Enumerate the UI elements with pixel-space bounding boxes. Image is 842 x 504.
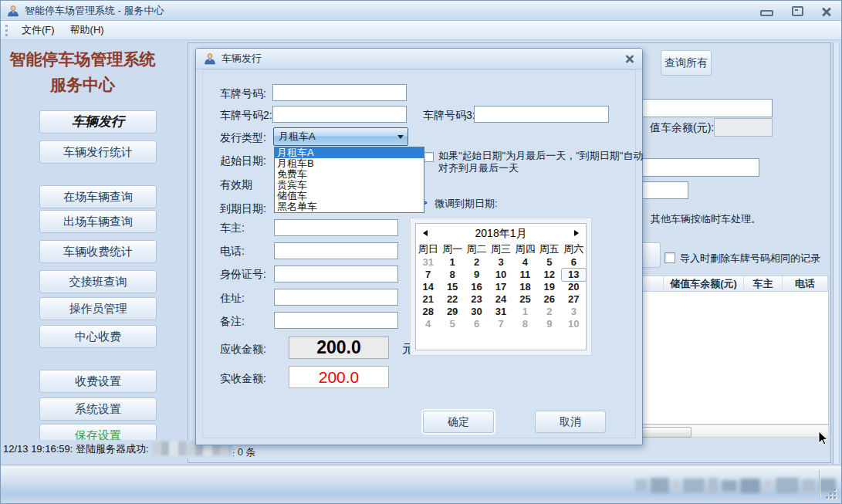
plate2-input[interactable]	[272, 106, 407, 123]
sidebar-button-exit-query[interactable]: 出场车辆查询	[39, 210, 157, 233]
col-phone[interactable]: 电话	[783, 276, 828, 291]
calendar-day[interactable]: 30	[465, 306, 489, 318]
minimize-icon[interactable]	[760, 10, 773, 16]
calendar-day[interactable]: 2	[537, 306, 561, 318]
calendar-day[interactable]: 25	[513, 293, 537, 306]
phone-input[interactable]	[274, 242, 398, 259]
results-table-body	[634, 292, 829, 425]
sidebar-button-vehicle-issue[interactable]: 车辆发行	[39, 110, 157, 134]
calendar-day[interactable]: 8	[440, 269, 464, 281]
calendar-day[interactable]: 19	[537, 281, 561, 293]
calendar-day[interactable]: 24	[489, 293, 512, 306]
calendar-day[interactable]: 28	[416, 306, 440, 318]
horizontal-scrollbar[interactable]	[634, 425, 829, 438]
sidebar-button-shift-query[interactable]: 交接班查询	[39, 270, 157, 293]
import-dedupe-checkbox[interactable]	[664, 252, 675, 263]
plate1-input[interactable]	[272, 84, 407, 101]
calendar-day[interactable]: 7	[416, 269, 440, 281]
calendar-day[interactable]: 4	[513, 256, 537, 269]
calendar-day[interactable]: 1	[440, 256, 464, 269]
calendar-day[interactable]: 8	[513, 318, 537, 330]
sidebar-button-onsite-query[interactable]: 在场车辆查询	[39, 185, 157, 208]
owner-label: 车主:	[220, 222, 245, 235]
maximize-icon[interactable]	[792, 6, 803, 16]
chevron-down-icon[interactable]	[397, 135, 404, 139]
combo-option-monthly-a[interactable]: 月租车A	[275, 147, 424, 158]
combo-option-stored-value[interactable]: 储值车	[275, 191, 424, 201]
calendar-day[interactable]: 2	[465, 256, 489, 269]
calendar-day[interactable]: 29	[440, 306, 464, 318]
menu-file[interactable]: 文件(F)	[14, 21, 63, 39]
calendar-day[interactable]: 18	[513, 281, 537, 293]
calendar-day[interactable]: 3	[562, 306, 586, 318]
remark-input[interactable]	[274, 312, 398, 329]
sidebar-button-fee-settings[interactable]: 收费设置	[39, 370, 157, 393]
calendar-day[interactable]: 16	[465, 281, 489, 293]
plate3-input[interactable]	[474, 106, 609, 123]
col-owner[interactable]: 车主	[744, 276, 783, 291]
calendar-day[interactable]: 6	[562, 256, 586, 269]
calendar-nav: 2018年1月	[416, 224, 586, 242]
calendar-day[interactable]: 4	[416, 318, 440, 330]
weekday-fri: 周五	[537, 242, 561, 256]
received-amount-input[interactable]: 200.0	[289, 366, 389, 388]
sidebar-button-center-fee[interactable]: 中心收费	[39, 325, 157, 348]
calendar-day[interactable]: 14	[416, 281, 440, 293]
cancel-button[interactable]: 取消	[535, 411, 606, 433]
weekday-sun: 周日	[416, 242, 440, 256]
id-number-input[interactable]	[274, 266, 398, 282]
owner-input[interactable]	[274, 219, 398, 236]
calendar-day[interactable]: 10	[562, 318, 586, 330]
calendar-prev-icon[interactable]	[423, 230, 428, 236]
calendar-day[interactable]: 6	[465, 318, 489, 330]
window-titlebar: 智能停车场管理系统 - 服务中心	[1, 1, 841, 21]
sidebar-button-issue-stats[interactable]: 车辆发行统计	[39, 140, 157, 164]
auto-align-checkbox[interactable]	[424, 152, 434, 162]
plate2-label: 车牌号码2:	[220, 109, 272, 123]
close-icon[interactable]	[822, 7, 831, 16]
calendar-day[interactable]: 21	[416, 293, 440, 306]
calendar-day[interactable]: 9	[465, 269, 489, 281]
auto-align-text-line2: 对齐到月最后一天	[438, 161, 519, 175]
calendar-day[interactable]: 5	[440, 318, 464, 330]
bottom-statusbar	[1, 465, 841, 504]
calendar-day[interactable]: 1	[513, 306, 537, 318]
calendar-day[interactable]: 17	[489, 281, 512, 293]
calendar-day[interactable]: 31	[489, 306, 512, 318]
calendar-day[interactable]: 22	[440, 293, 464, 306]
dialog-close-icon[interactable]	[626, 55, 634, 63]
calendar-day[interactable]: 31	[416, 256, 440, 269]
calendar-day[interactable]: 23	[465, 293, 489, 306]
resize-grip[interactable]	[825, 488, 836, 499]
combo-option-monthly-b[interactable]: 月租车B	[275, 158, 424, 169]
calendar-day[interactable]: 26	[537, 293, 561, 306]
address-input[interactable]	[274, 289, 398, 306]
calendar-next-icon[interactable]	[574, 230, 579, 236]
calendar-day[interactable]: 20	[562, 281, 586, 293]
combo-option-blacklist[interactable]: 黑名单车	[275, 201, 424, 212]
sidebar-button-system-settings[interactable]: 系统设置	[39, 397, 157, 421]
ok-button[interactable]: 确定	[423, 411, 494, 433]
expiry-date-label: 到期日期:	[220, 202, 266, 216]
calendar-day[interactable]: 3	[489, 256, 512, 269]
calendar-day[interactable]: 7	[489, 318, 512, 330]
combo-option-free[interactable]: 免费车	[275, 169, 424, 180]
calendar-day[interactable]: 12	[537, 269, 561, 281]
sidebar-button-operator-mgmt[interactable]: 操作员管理	[39, 297, 157, 320]
query-all-button[interactable]: 查询所有	[661, 50, 712, 76]
scrollbar-thumb[interactable]	[636, 427, 692, 438]
calendar-day[interactable]: 9	[537, 318, 561, 330]
calendar-day[interactable]: 10	[489, 269, 512, 281]
calendar-day[interactable]: 5	[537, 256, 561, 269]
calendar-day[interactable]: 13	[562, 269, 586, 281]
issue-type-combobox[interactable]: 月租车A	[273, 127, 408, 146]
col-balance[interactable]: 储值车余额(元)	[664, 276, 744, 291]
weekday-thu: 周四	[513, 242, 537, 256]
menu-help[interactable]: 帮助(H)	[63, 21, 112, 39]
calendar-day[interactable]: 11	[513, 269, 537, 281]
calendar-day[interactable]: 27	[562, 293, 586, 306]
sidebar-button-fee-stats[interactable]: 车辆收费统计	[39, 240, 157, 263]
calendar-day[interactable]: 15	[440, 281, 464, 293]
plate3-label: 车牌号码3:	[423, 109, 475, 123]
combo-option-vip[interactable]: 贵宾车	[275, 180, 424, 191]
